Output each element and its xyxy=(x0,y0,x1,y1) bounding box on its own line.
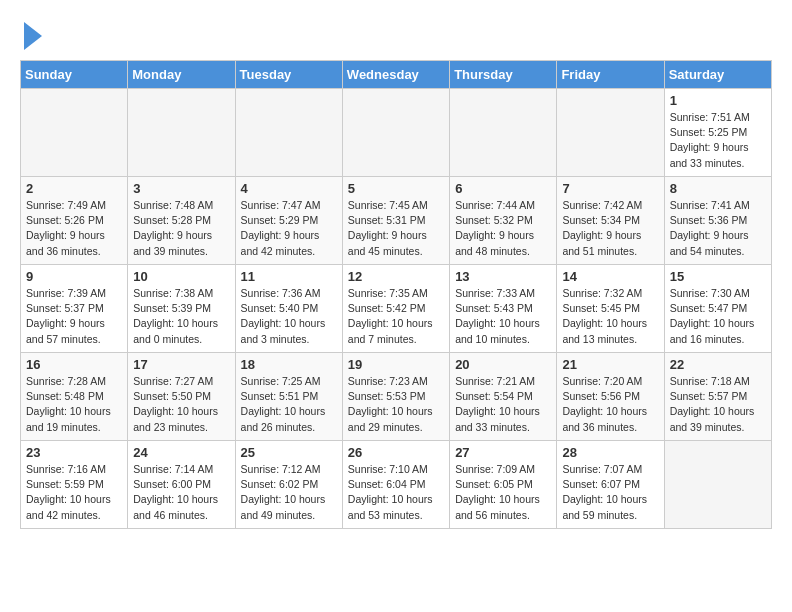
day-info: Sunrise: 7:20 AM Sunset: 5:56 PM Dayligh… xyxy=(562,374,658,435)
calendar-cell: 9Sunrise: 7:39 AM Sunset: 5:37 PM Daylig… xyxy=(21,265,128,353)
calendar-week-row: 16Sunrise: 7:28 AM Sunset: 5:48 PM Dayli… xyxy=(21,353,772,441)
calendar-header-monday: Monday xyxy=(128,61,235,89)
day-info: Sunrise: 7:32 AM Sunset: 5:45 PM Dayligh… xyxy=(562,286,658,347)
day-number: 1 xyxy=(670,93,766,108)
day-info: Sunrise: 7:07 AM Sunset: 6:07 PM Dayligh… xyxy=(562,462,658,523)
day-number: 6 xyxy=(455,181,551,196)
day-info: Sunrise: 7:45 AM Sunset: 5:31 PM Dayligh… xyxy=(348,198,444,259)
day-info: Sunrise: 7:23 AM Sunset: 5:53 PM Dayligh… xyxy=(348,374,444,435)
day-number: 25 xyxy=(241,445,337,460)
day-info: Sunrise: 7:18 AM Sunset: 5:57 PM Dayligh… xyxy=(670,374,766,435)
calendar-week-row: 2Sunrise: 7:49 AM Sunset: 5:26 PM Daylig… xyxy=(21,177,772,265)
calendar-header-tuesday: Tuesday xyxy=(235,61,342,89)
calendar-header-wednesday: Wednesday xyxy=(342,61,449,89)
calendar-cell: 20Sunrise: 7:21 AM Sunset: 5:54 PM Dayli… xyxy=(450,353,557,441)
day-info: Sunrise: 7:21 AM Sunset: 5:54 PM Dayligh… xyxy=(455,374,551,435)
day-number: 19 xyxy=(348,357,444,372)
calendar-cell: 22Sunrise: 7:18 AM Sunset: 5:57 PM Dayli… xyxy=(664,353,771,441)
page: SundayMondayTuesdayWednesdayThursdayFrid… xyxy=(0,0,792,539)
day-number: 28 xyxy=(562,445,658,460)
calendar-cell: 26Sunrise: 7:10 AM Sunset: 6:04 PM Dayli… xyxy=(342,441,449,529)
day-number: 18 xyxy=(241,357,337,372)
calendar-cell: 18Sunrise: 7:25 AM Sunset: 5:51 PM Dayli… xyxy=(235,353,342,441)
day-info: Sunrise: 7:48 AM Sunset: 5:28 PM Dayligh… xyxy=(133,198,229,259)
calendar-cell: 7Sunrise: 7:42 AM Sunset: 5:34 PM Daylig… xyxy=(557,177,664,265)
day-number: 10 xyxy=(133,269,229,284)
calendar-cell xyxy=(21,89,128,177)
day-number: 15 xyxy=(670,269,766,284)
day-number: 3 xyxy=(133,181,229,196)
day-info: Sunrise: 7:36 AM Sunset: 5:40 PM Dayligh… xyxy=(241,286,337,347)
day-info: Sunrise: 7:28 AM Sunset: 5:48 PM Dayligh… xyxy=(26,374,122,435)
calendar-cell: 27Sunrise: 7:09 AM Sunset: 6:05 PM Dayli… xyxy=(450,441,557,529)
day-info: Sunrise: 7:14 AM Sunset: 6:00 PM Dayligh… xyxy=(133,462,229,523)
calendar-cell xyxy=(342,89,449,177)
calendar-header-thursday: Thursday xyxy=(450,61,557,89)
day-number: 22 xyxy=(670,357,766,372)
header xyxy=(20,20,772,50)
day-info: Sunrise: 7:09 AM Sunset: 6:05 PM Dayligh… xyxy=(455,462,551,523)
calendar-cell: 3Sunrise: 7:48 AM Sunset: 5:28 PM Daylig… xyxy=(128,177,235,265)
calendar-cell: 16Sunrise: 7:28 AM Sunset: 5:48 PM Dayli… xyxy=(21,353,128,441)
day-number: 4 xyxy=(241,181,337,196)
day-info: Sunrise: 7:49 AM Sunset: 5:26 PM Dayligh… xyxy=(26,198,122,259)
day-info: Sunrise: 7:12 AM Sunset: 6:02 PM Dayligh… xyxy=(241,462,337,523)
calendar-cell xyxy=(128,89,235,177)
calendar-header-row: SundayMondayTuesdayWednesdayThursdayFrid… xyxy=(21,61,772,89)
day-info: Sunrise: 7:44 AM Sunset: 5:32 PM Dayligh… xyxy=(455,198,551,259)
day-number: 23 xyxy=(26,445,122,460)
day-number: 13 xyxy=(455,269,551,284)
calendar-cell xyxy=(557,89,664,177)
calendar-cell xyxy=(664,441,771,529)
calendar-cell: 14Sunrise: 7:32 AM Sunset: 5:45 PM Dayli… xyxy=(557,265,664,353)
calendar-cell: 10Sunrise: 7:38 AM Sunset: 5:39 PM Dayli… xyxy=(128,265,235,353)
calendar-cell: 28Sunrise: 7:07 AM Sunset: 6:07 PM Dayli… xyxy=(557,441,664,529)
logo xyxy=(20,20,42,50)
day-info: Sunrise: 7:41 AM Sunset: 5:36 PM Dayligh… xyxy=(670,198,766,259)
day-info: Sunrise: 7:10 AM Sunset: 6:04 PM Dayligh… xyxy=(348,462,444,523)
day-info: Sunrise: 7:33 AM Sunset: 5:43 PM Dayligh… xyxy=(455,286,551,347)
calendar-cell: 24Sunrise: 7:14 AM Sunset: 6:00 PM Dayli… xyxy=(128,441,235,529)
day-number: 17 xyxy=(133,357,229,372)
day-info: Sunrise: 7:38 AM Sunset: 5:39 PM Dayligh… xyxy=(133,286,229,347)
calendar-cell xyxy=(450,89,557,177)
calendar-table: SundayMondayTuesdayWednesdayThursdayFrid… xyxy=(20,60,772,529)
calendar-cell: 12Sunrise: 7:35 AM Sunset: 5:42 PM Dayli… xyxy=(342,265,449,353)
calendar-cell: 5Sunrise: 7:45 AM Sunset: 5:31 PM Daylig… xyxy=(342,177,449,265)
day-number: 11 xyxy=(241,269,337,284)
day-number: 20 xyxy=(455,357,551,372)
day-number: 21 xyxy=(562,357,658,372)
day-number: 8 xyxy=(670,181,766,196)
calendar-header-sunday: Sunday xyxy=(21,61,128,89)
day-number: 24 xyxy=(133,445,229,460)
calendar-cell: 4Sunrise: 7:47 AM Sunset: 5:29 PM Daylig… xyxy=(235,177,342,265)
logo-arrow-icon xyxy=(24,22,42,50)
day-number: 26 xyxy=(348,445,444,460)
calendar-cell: 23Sunrise: 7:16 AM Sunset: 5:59 PM Dayli… xyxy=(21,441,128,529)
calendar-header-saturday: Saturday xyxy=(664,61,771,89)
day-info: Sunrise: 7:35 AM Sunset: 5:42 PM Dayligh… xyxy=(348,286,444,347)
day-info: Sunrise: 7:27 AM Sunset: 5:50 PM Dayligh… xyxy=(133,374,229,435)
day-info: Sunrise: 7:30 AM Sunset: 5:47 PM Dayligh… xyxy=(670,286,766,347)
day-number: 9 xyxy=(26,269,122,284)
day-info: Sunrise: 7:51 AM Sunset: 5:25 PM Dayligh… xyxy=(670,110,766,171)
day-number: 27 xyxy=(455,445,551,460)
calendar-week-row: 9Sunrise: 7:39 AM Sunset: 5:37 PM Daylig… xyxy=(21,265,772,353)
calendar-cell: 17Sunrise: 7:27 AM Sunset: 5:50 PM Dayli… xyxy=(128,353,235,441)
calendar-cell: 15Sunrise: 7:30 AM Sunset: 5:47 PM Dayli… xyxy=(664,265,771,353)
day-number: 2 xyxy=(26,181,122,196)
calendar-cell: 2Sunrise: 7:49 AM Sunset: 5:26 PM Daylig… xyxy=(21,177,128,265)
calendar-week-row: 1Sunrise: 7:51 AM Sunset: 5:25 PM Daylig… xyxy=(21,89,772,177)
calendar-header-friday: Friday xyxy=(557,61,664,89)
calendar-cell: 6Sunrise: 7:44 AM Sunset: 5:32 PM Daylig… xyxy=(450,177,557,265)
calendar-cell: 21Sunrise: 7:20 AM Sunset: 5:56 PM Dayli… xyxy=(557,353,664,441)
calendar-cell: 25Sunrise: 7:12 AM Sunset: 6:02 PM Dayli… xyxy=(235,441,342,529)
day-info: Sunrise: 7:47 AM Sunset: 5:29 PM Dayligh… xyxy=(241,198,337,259)
day-info: Sunrise: 7:16 AM Sunset: 5:59 PM Dayligh… xyxy=(26,462,122,523)
calendar-cell xyxy=(235,89,342,177)
calendar-cell: 19Sunrise: 7:23 AM Sunset: 5:53 PM Dayli… xyxy=(342,353,449,441)
calendar-cell: 1Sunrise: 7:51 AM Sunset: 5:25 PM Daylig… xyxy=(664,89,771,177)
day-number: 16 xyxy=(26,357,122,372)
day-number: 5 xyxy=(348,181,444,196)
calendar-cell: 11Sunrise: 7:36 AM Sunset: 5:40 PM Dayli… xyxy=(235,265,342,353)
